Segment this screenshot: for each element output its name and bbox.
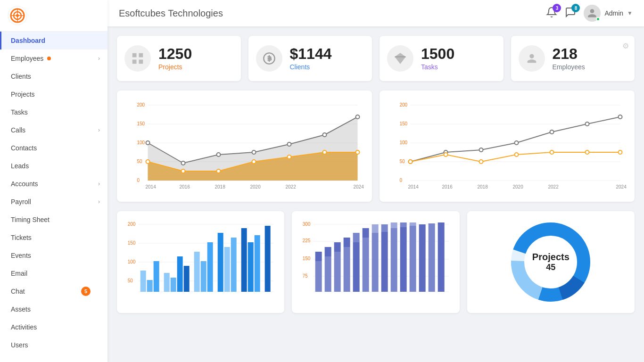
admin-name: Admin [604, 9, 623, 17]
svg-point-22 [182, 161, 185, 165]
sidebar-item-calls[interactable]: Calls› [0, 121, 107, 139]
sidebar-item-employees[interactable]: Employees› [0, 49, 107, 67]
donut-title: Projects [532, 252, 570, 263]
sidebar-item-tickets[interactable]: Tickets [0, 229, 107, 247]
svg-rect-124 [400, 227, 407, 292]
svg-rect-85 [177, 256, 183, 292]
topbar-icons: 3 8 Admin ▼ [546, 5, 633, 22]
sidebar-item-label: Email [11, 270, 27, 277]
tasks-label: Tasks [421, 63, 496, 71]
svg-text:0: 0 [400, 178, 403, 183]
svg-text:100: 100 [137, 140, 145, 145]
topbar: Esoftcubes Technologies 3 8 [107, 0, 644, 26]
gear-icon[interactable]: ⚙ [622, 41, 629, 50]
svg-text:2016: 2016 [442, 184, 453, 189]
svg-text:100: 100 [400, 140, 408, 145]
diamond-icon [394, 52, 407, 65]
sidebar-item-dashboard[interactable]: Dashboard [0, 32, 107, 49]
clients-info: $1144 Clients [290, 46, 365, 71]
admin-menu[interactable]: Admin ▼ [584, 5, 633, 22]
avatar [584, 5, 601, 22]
sidebar-item-events[interactable]: Events [0, 247, 107, 264]
svg-point-25 [288, 142, 291, 146]
projects-icon-wrap [124, 45, 151, 72]
svg-rect-125 [400, 222, 407, 227]
svg-point-5 [16, 14, 19, 17]
svg-point-59 [444, 153, 448, 156]
nav-expand-arrow: › [98, 55, 100, 62]
notification-button[interactable]: 3 [546, 7, 557, 20]
svg-rect-96 [265, 226, 271, 292]
employees-info: 218 Employees [553, 46, 627, 71]
sidebar-item-tasks[interactable]: Tasks [0, 103, 107, 121]
sidebar-item-projects[interactable]: Projects [0, 85, 107, 103]
svg-rect-114 [353, 242, 360, 292]
sidebar-item-chat[interactable]: Chat5 [0, 282, 107, 300]
svg-text:2014: 2014 [146, 184, 157, 189]
stat-cards: 1250 Projects $1144 Clients [117, 36, 635, 81]
svg-text:2014: 2014 [408, 184, 419, 189]
main-area: Esoftcubes Technologies 3 8 [107, 0, 644, 362]
svg-rect-86 [184, 266, 190, 292]
sidebar-item-label: Contacts [11, 144, 37, 152]
svg-text:2020: 2020 [250, 184, 261, 189]
svg-point-21 [146, 141, 150, 145]
sidebar-item-accounts[interactable]: Accounts› [0, 175, 107, 193]
employees-label: Employees [553, 63, 627, 71]
sidebar-item-label: Timing Sheet [11, 216, 50, 223]
bottom-chart-middle: 300 225 150 75 [292, 211, 459, 313]
notification-badge: 3 [553, 4, 561, 12]
sidebar-item-email[interactable]: Email [0, 264, 107, 282]
sidebar-item-label: Events [11, 252, 31, 259]
sidebar-item-activities[interactable]: Activities [0, 318, 107, 336]
message-badge: 8 [571, 4, 580, 12]
svg-point-27 [356, 115, 360, 119]
svg-rect-130 [438, 222, 445, 292]
svg-point-57 [619, 115, 622, 119]
nav-expand-arrow: › [98, 127, 100, 133]
svg-text:2024: 2024 [354, 184, 364, 189]
sidebar-item-assets[interactable]: Assets [0, 300, 107, 318]
svg-point-54 [515, 141, 519, 145]
sidebar-header [0, 0, 107, 32]
svg-text:2022: 2022 [286, 184, 297, 189]
svg-marker-20 [148, 117, 358, 181]
svg-text:150: 150 [303, 256, 311, 261]
svg-point-60 [479, 160, 483, 164]
sidebar-item-leads[interactable]: Leads [0, 157, 107, 175]
sidebar-item-label: Tickets [11, 234, 32, 241]
svg-text:50: 50 [400, 159, 405, 164]
sidebar-item-label: Users [11, 341, 28, 349]
svg-rect-107 [315, 252, 322, 261]
sidebar-item-payroll[interactable]: Payroll› [0, 193, 107, 211]
sidebar-item-timing-sheet[interactable]: Timing Sheet [0, 211, 107, 229]
nav-badge-count: 5 [81, 287, 91, 296]
svg-point-62 [550, 150, 554, 154]
sidebar-item-clients[interactable]: Clients [0, 67, 107, 85]
svg-text:100: 100 [128, 259, 136, 264]
svg-rect-117 [363, 228, 369, 238]
sidebar-item-label: Activities [11, 323, 37, 331]
svg-rect-84 [171, 278, 176, 292]
line-chart-left: 200 150 100 50 0 [124, 98, 364, 192]
svg-text:0: 0 [137, 178, 140, 183]
message-button[interactable]: 8 [565, 7, 576, 20]
donut-container: Projects 45 [508, 220, 593, 304]
svg-point-64 [619, 150, 622, 154]
svg-text:2020: 2020 [513, 184, 524, 189]
svg-rect-94 [248, 242, 254, 292]
nav-list: DashboardEmployees›ClientsProjectsTasksC… [0, 32, 107, 354]
sidebar-item-label: Tasks [11, 108, 28, 116]
svg-point-58 [409, 160, 413, 164]
line-chart-right: 200 150 100 50 0 [387, 98, 627, 192]
content-area: 1250 Projects $1144 Clients [107, 26, 644, 362]
sidebar-item-users[interactable]: Users [0, 336, 107, 354]
svg-point-24 [252, 150, 256, 154]
svg-text:225: 225 [303, 238, 311, 243]
sidebar-item-label: Assets [11, 305, 31, 313]
svg-rect-127 [410, 222, 416, 226]
svg-text:2024: 2024 [616, 184, 627, 189]
clients-label: Clients [290, 63, 365, 71]
sidebar-item-contacts[interactable]: Contacts [0, 139, 107, 157]
svg-text:200: 200 [128, 222, 136, 227]
